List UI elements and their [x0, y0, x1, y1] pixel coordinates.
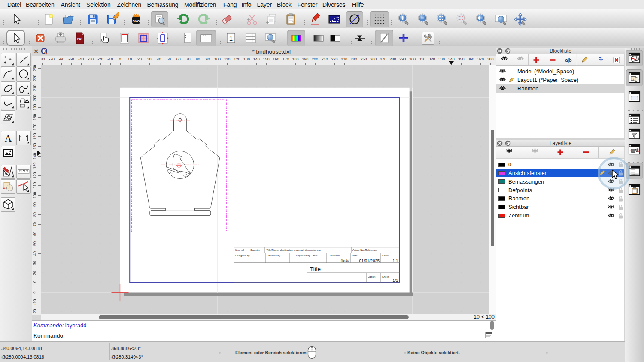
svg-text:01/01/2025: 01/01/2025: [359, 258, 380, 263]
svg-text:1: 1: [229, 35, 233, 42]
svg-text:SVG: SVG: [133, 19, 140, 23]
svg-text:Sheet: Sheet: [382, 275, 389, 278]
svg-text:command: command: [631, 174, 638, 175]
svg-text:A: A: [5, 133, 12, 144]
svg-text:file.dxf: file.dxf: [341, 259, 349, 262]
svg-text:Checked by: Checked by: [267, 254, 280, 257]
svg-text:1:1: 1:1: [392, 259, 398, 263]
svg-text:Article No./Reference: Article No./Reference: [352, 249, 377, 251]
svg-text:Date: Date: [352, 254, 358, 257]
svg-text:Title/Name, destination, mater: Title/Name, destination, material, dimen…: [267, 249, 321, 251]
svg-text:PDF: PDF: [77, 37, 83, 41]
svg-text:Scale: Scale: [382, 254, 389, 257]
svg-text:Title: Title: [310, 266, 321, 272]
svg-text:a|b: a|b: [565, 57, 571, 63]
svg-text:Approved by - date: Approved by - date: [296, 254, 318, 257]
svg-text:Quantity: Quantity: [250, 249, 260, 251]
svg-text:Item ref: Item ref: [235, 249, 244, 251]
svg-text:1/1: 1/1: [392, 278, 398, 283]
svg-text:Filename: Filename: [330, 254, 340, 257]
svg-text:Designed by: Designed by: [235, 254, 249, 257]
svg-text:Edition: Edition: [368, 275, 375, 278]
